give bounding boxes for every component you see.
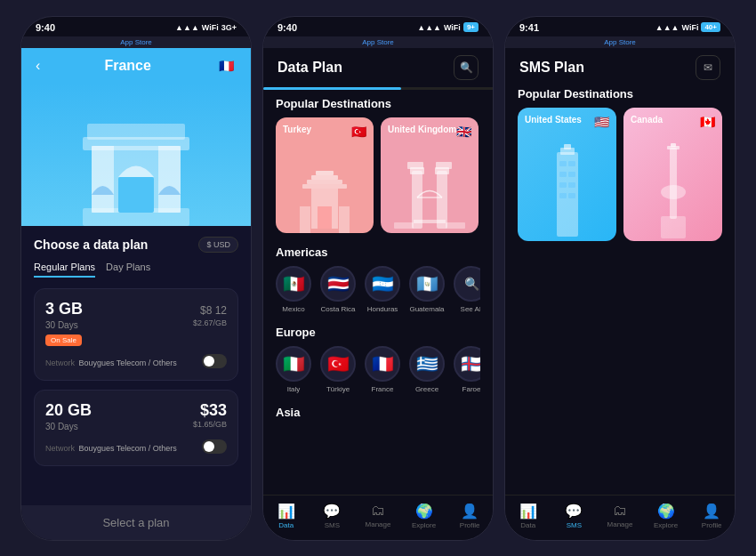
region-item-france[interactable]: 🇫🇷 France bbox=[365, 346, 400, 393]
europe-section: Europe 🇮🇹 Italy 🇹🇷 Türkiye 🇫🇷 France bbox=[276, 326, 480, 393]
signal-icon-2: ▲▲▲ bbox=[417, 23, 441, 32]
manage-nav-label-3: Manage bbox=[607, 520, 633, 528]
nav-explore[interactable]: 🌍 Explore bbox=[406, 503, 442, 529]
plan-card-3gb[interactable]: 3 GB 30 Days On Sale $8 12 $2.67/GB Netw… bbox=[34, 288, 238, 381]
wifi-icon-3: WiFi bbox=[682, 23, 699, 32]
region-item-faroe[interactable]: 🇫🇴 Faroe bbox=[454, 346, 480, 393]
battery-icon-2: 9+ bbox=[463, 22, 479, 32]
svg-rect-36 bbox=[670, 148, 677, 219]
wifi-icon: WiFi bbox=[202, 23, 219, 32]
americas-items: 🇲🇽 Mexico 🇨🇷 Costa Rica 🇭🇳 Honduras 🇬🇹 G… bbox=[276, 266, 480, 313]
see-all-americas-circle: 🔍 bbox=[454, 266, 480, 302]
region-item-honduras[interactable]: 🇭🇳 Honduras bbox=[365, 266, 400, 313]
region-item-see-all-americas[interactable]: 🔍 See All bbox=[454, 266, 480, 313]
nav-data-3[interactable]: 📊 Data bbox=[511, 503, 546, 529]
nav-profile-3[interactable]: 👤 Profile bbox=[694, 503, 729, 529]
status-bar-3: 9:41 ▲▲▲ WiFi 40+ bbox=[505, 17, 735, 36]
region-item-greece[interactable]: 🇬🇷 Greece bbox=[409, 346, 445, 393]
explore-nav-label-3: Explore bbox=[654, 521, 678, 529]
guatemala-name: Guatemala bbox=[409, 305, 444, 313]
nav-sms[interactable]: 💬 SMS bbox=[314, 503, 350, 529]
canada-label: Canada bbox=[631, 115, 663, 125]
plan-card-20gb[interactable]: 20 GB 30 Days $33 $1.65/GB Network Bouyg… bbox=[34, 390, 238, 466]
svg-rect-3 bbox=[92, 146, 114, 213]
app-store-bar-2: App Store bbox=[263, 36, 493, 48]
svg-rect-40 bbox=[671, 143, 676, 147]
see-all-americas-name: See All bbox=[461, 305, 480, 313]
honduras-name: Honduras bbox=[367, 305, 398, 313]
plan-row-bottom: Network Bouygues Telecom / Others bbox=[45, 353, 227, 369]
data-nav-label: Data bbox=[278, 521, 294, 529]
greece-flag-circle: 🇬🇷 bbox=[409, 346, 445, 382]
svg-rect-6 bbox=[87, 124, 185, 140]
status-icons-2: ▲▲▲ WiFi 9+ bbox=[417, 22, 479, 32]
americas-section: Americas 🇲🇽 Mexico 🇨🇷 Costa Rica 🇭🇳 Hond… bbox=[276, 246, 480, 313]
sms-dest-card-canada[interactable]: Canada 🇨🇦 bbox=[623, 108, 722, 241]
currency-badge: $ USD bbox=[198, 237, 238, 253]
nav-explore-3[interactable]: 🌍 Explore bbox=[648, 503, 684, 529]
sms-nav-label-3: SMS bbox=[567, 521, 582, 529]
mexico-name: Mexico bbox=[282, 305, 304, 313]
status-icons-1: ▲▲▲ WiFi 3G+ bbox=[175, 23, 237, 32]
progress-fill bbox=[263, 87, 401, 90]
svg-rect-10 bbox=[302, 184, 347, 189]
battery-icon: 3G+ bbox=[221, 23, 237, 32]
plan-price-2: $33 bbox=[193, 401, 227, 420]
manage-nav-icon: 🗂 bbox=[371, 503, 385, 519]
turkey-label: Turkey bbox=[283, 125, 311, 134]
progress-bar bbox=[263, 87, 493, 90]
turkiye-name: Türkiye bbox=[326, 385, 350, 393]
phone3-scroll-area[interactable]: Popular Destinations United States 🇺🇸 bbox=[505, 87, 735, 495]
us-label: United States bbox=[525, 115, 582, 125]
status-bar-1: 9:40 ▲▲▲ WiFi 3G+ bbox=[21, 17, 251, 36]
svg-rect-12 bbox=[318, 206, 332, 229]
region-item-italy[interactable]: 🇮🇹 Italy bbox=[276, 346, 311, 393]
svg-rect-32 bbox=[559, 182, 567, 188]
nav-profile[interactable]: 👤 Profile bbox=[452, 503, 487, 529]
sms-popular-destinations: Popular Destinations United States 🇺🇸 bbox=[518, 87, 722, 241]
nav-manage-3[interactable]: 🗂 Manage bbox=[602, 503, 638, 528]
choose-plan-title: Choose a data plan bbox=[34, 238, 148, 252]
data-nav-icon-3: 📊 bbox=[519, 503, 537, 520]
svg-rect-35 bbox=[568, 193, 575, 198]
explore-nav-icon-3: 🌍 bbox=[657, 503, 675, 520]
nav-data[interactable]: 📊 Data bbox=[269, 503, 304, 529]
region-item-costarica[interactable]: 🇨🇷 Costa Rica bbox=[320, 266, 356, 313]
network-info-2: Network Bouygues Telecom / Others bbox=[45, 439, 177, 455]
sms-dest-card-us[interactable]: United States 🇺🇸 bbox=[518, 108, 616, 241]
svg-rect-19 bbox=[407, 162, 423, 169]
sms-plan-topbar: SMS Plan ✉ bbox=[505, 48, 735, 87]
network-info: Network Bouygues Telecom / Others bbox=[45, 353, 177, 369]
svg-rect-2 bbox=[118, 177, 154, 213]
tab-regular-plans[interactable]: Regular Plans bbox=[34, 262, 95, 278]
page-title-france: France bbox=[40, 58, 215, 74]
phone2-scroll-area[interactable]: Popular Destinations Turkey 🇹🇷 bbox=[263, 97, 493, 495]
svg-rect-24 bbox=[414, 220, 446, 223]
region-item-turkiye[interactable]: 🇹🇷 Türkiye bbox=[320, 346, 356, 393]
tab-day-plans[interactable]: Day Plans bbox=[106, 262, 150, 278]
france-flag-circle: 🇫🇷 bbox=[365, 346, 400, 382]
select-plan-button[interactable]: Select a plan bbox=[21, 505, 251, 540]
nav-manage[interactable]: 🗂 Manage bbox=[360, 503, 396, 528]
phone1-content: ‹ France 🇫🇷 bbox=[21, 48, 251, 540]
dest-card-turkey[interactable]: Turkey 🇹🇷 bbox=[276, 117, 374, 233]
plan-row-top-2: 20 GB 30 Days $33 $1.65/GB bbox=[45, 401, 227, 431]
sms-nav-icon-3: 💬 bbox=[565, 503, 583, 520]
tower-bridge-icon bbox=[385, 153, 474, 233]
canada-tower-icon bbox=[638, 143, 709, 241]
search-button[interactable]: 🔍 bbox=[454, 55, 479, 80]
wifi-icon-2: WiFi bbox=[444, 23, 461, 32]
dest-card-uk[interactable]: United Kingdom 🇬🇧 bbox=[381, 117, 479, 233]
mexico-flag-circle: 🇲🇽 bbox=[276, 266, 311, 302]
pagoda-icon bbox=[280, 153, 369, 233]
svg-rect-38 bbox=[661, 216, 686, 238]
canada-building bbox=[623, 143, 722, 241]
mail-button[interactable]: ✉ bbox=[696, 55, 720, 80]
region-item-guatemala[interactable]: 🇬🇹 Guatemala bbox=[409, 266, 445, 313]
plan-toggle-1[interactable] bbox=[202, 354, 227, 368]
asia-title: Asia bbox=[276, 406, 480, 419]
region-item-mexico[interactable]: 🇲🇽 Mexico bbox=[276, 266, 311, 313]
plan-toggle-2[interactable] bbox=[202, 439, 227, 454]
nav-sms-3[interactable]: 💬 SMS bbox=[556, 503, 591, 529]
france-header: ‹ France 🇫🇷 bbox=[21, 48, 251, 84]
